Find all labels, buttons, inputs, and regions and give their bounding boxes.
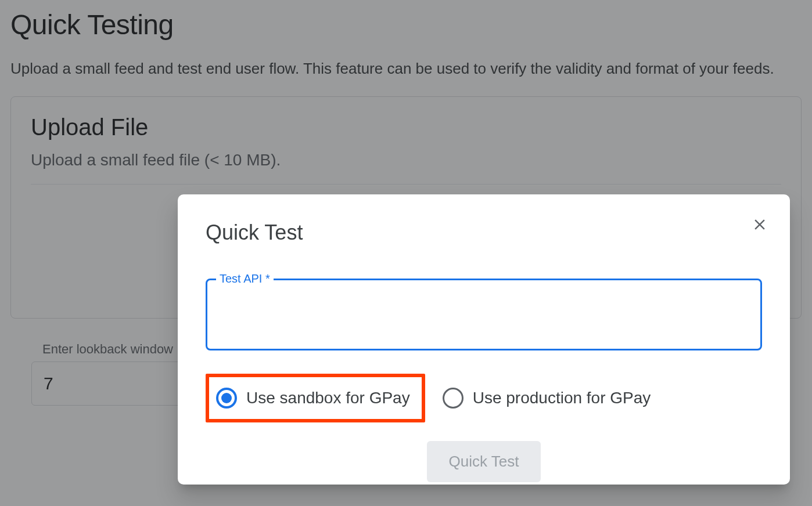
radio-unselected-icon (443, 388, 464, 409)
radio-selected-icon (216, 388, 237, 409)
gpay-radio-group: Use sandbox for GPay Use production for … (206, 374, 762, 422)
dialog-footer: Quick Test (206, 441, 762, 482)
radio-sandbox-option[interactable]: Use sandbox for GPay (206, 374, 425, 422)
radio-sandbox-label: Use sandbox for GPay (246, 389, 410, 407)
test-api-input[interactable] (206, 279, 762, 350)
radio-production-label: Use production for GPay (473, 389, 651, 407)
test-api-field-wrap: Test API * (206, 279, 762, 350)
quick-test-dialog: Quick Test Test API * Use sandbox for GP… (178, 194, 790, 485)
radio-production-option[interactable]: Use production for GPay (436, 383, 658, 413)
quick-test-button[interactable]: Quick Test (427, 441, 541, 482)
close-icon (751, 216, 768, 233)
dialog-title: Quick Test (206, 221, 762, 245)
test-api-label: Test API * (216, 272, 274, 285)
close-button[interactable] (747, 212, 773, 237)
